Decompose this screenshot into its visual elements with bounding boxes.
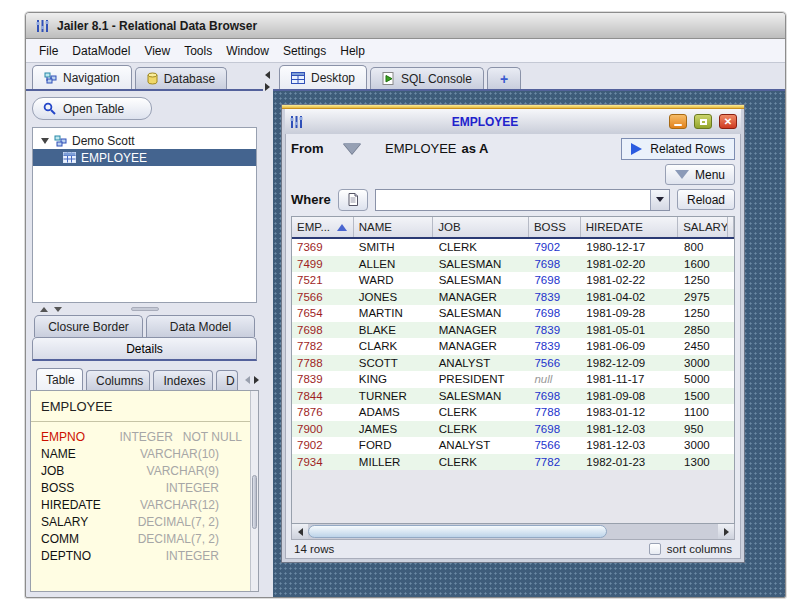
table-cell[interactable]: 0: [729, 388, 734, 405]
table-cell[interactable]: 7698: [529, 272, 581, 289]
table-cell[interactable]: 1500: [679, 388, 729, 405]
table-cell[interactable]: SALESMAN: [434, 256, 530, 273]
collapse-right-icon[interactable]: [265, 83, 270, 91]
menu-item-window[interactable]: Window: [219, 41, 276, 61]
frame-close-button[interactable]: ✕: [719, 114, 737, 129]
table-cell[interactable]: 1981-02-20: [581, 256, 679, 273]
window-titlebar[interactable]: Jailer 8.1 - Relational Data Browser: [26, 13, 785, 39]
scroll-tabs-left-icon[interactable]: [245, 376, 250, 384]
table-cell[interactable]: MANAGER: [434, 289, 530, 306]
menu-item-file[interactable]: File: [32, 41, 65, 61]
column-header-salary[interactable]: SALARY: [678, 217, 728, 237]
table-row[interactable]: 7566JONESMANAGER78391981-04-022975nu: [292, 289, 734, 306]
tree-expand-icon[interactable]: [41, 138, 49, 144]
table-cell[interactable]: 7876: [292, 404, 354, 421]
tab-indexes[interactable]: Indexes: [153, 370, 213, 390]
table-row[interactable]: 7369SMITHCLERK79021980-12-17800nu: [292, 239, 734, 256]
table-cell[interactable]: 5000: [679, 371, 729, 388]
sort-columns-checkbox[interactable]: [649, 543, 661, 555]
table-cell[interactable]: PRESIDENT: [434, 371, 530, 388]
table-cell[interactable]: ALLEN: [354, 256, 434, 273]
table-cell[interactable]: 7788: [292, 355, 354, 372]
table-cell[interactable]: 7788: [529, 404, 581, 421]
frame-menu-button[interactable]: Menu: [665, 164, 735, 185]
table-cell[interactable]: 7369: [292, 239, 354, 256]
table-cell[interactable]: 1600: [679, 256, 729, 273]
table-cell[interactable]: MANAGER: [434, 322, 530, 339]
table-cell[interactable]: 7521: [292, 272, 354, 289]
table-cell[interactable]: 1981-09-08: [581, 388, 679, 405]
related-rows-button[interactable]: Related Rows: [621, 138, 735, 160]
table-cell[interactable]: TURNER: [354, 388, 434, 405]
table-cell[interactable]: nu: [729, 338, 734, 355]
table-row[interactable]: 7839KINGPRESIDENTnull1981-11-175000nu: [292, 371, 734, 388]
table-cell[interactable]: 1981-12-03: [581, 437, 679, 454]
table-row[interactable]: 7844TURNERSALESMAN76981981-09-0815000: [292, 388, 734, 405]
table-row[interactable]: 7902FORDANALYST75661981-12-033000nu: [292, 437, 734, 454]
table-cell[interactable]: 7698: [292, 322, 354, 339]
column-header-hiredate[interactable]: HIREDATE: [581, 217, 679, 237]
table-cell[interactable]: 7698: [529, 305, 581, 322]
table-cell[interactable]: 1981-05-01: [581, 322, 679, 339]
table-cell[interactable]: 7698: [529, 421, 581, 438]
table-cell[interactable]: 1981-02-22: [581, 272, 679, 289]
table-cell[interactable]: WARD: [354, 272, 434, 289]
table-cell[interactable]: CLERK: [434, 239, 530, 256]
from-dropdown-icon[interactable]: [343, 143, 361, 154]
menu-item-settings[interactable]: Settings: [276, 41, 333, 61]
table-cell[interactable]: 7900: [292, 421, 354, 438]
tab-database[interactable]: Database: [135, 67, 227, 89]
tab-sql-console[interactable]: SQL Console: [370, 67, 484, 89]
table-cell[interactable]: FORD: [354, 437, 434, 454]
frame-minimize-button[interactable]: [669, 114, 687, 129]
tab-data-model[interactable]: Data Model: [146, 315, 255, 337]
table-row[interactable]: 7654MARTINSALESMAN76981981-09-28125014: [292, 305, 734, 322]
table-cell[interactable]: MARTIN: [354, 305, 434, 322]
table-cell[interactable]: 7566: [292, 289, 354, 306]
table-cell[interactable]: KING: [354, 371, 434, 388]
menu-item-tools[interactable]: Tools: [177, 41, 219, 61]
table-cell[interactable]: 2850: [679, 322, 729, 339]
table-cell[interactable]: 1982-01-23: [581, 454, 679, 471]
tab-new-console[interactable]: +: [487, 67, 521, 89]
column-header-name[interactable]: NAME: [354, 217, 434, 237]
table-cell[interactable]: MANAGER: [434, 338, 530, 355]
table-cell[interactable]: JONES: [354, 289, 434, 306]
tab-details[interactable]: Details: [32, 337, 257, 361]
table-cell[interactable]: 1300: [679, 454, 729, 471]
menu-item-view[interactable]: View: [137, 41, 177, 61]
reload-button[interactable]: Reload: [677, 189, 735, 210]
collapse-up-icon[interactable]: [40, 307, 48, 312]
table-cell[interactable]: 7782: [292, 338, 354, 355]
table-cell[interactable]: SALESMAN: [434, 305, 530, 322]
tab-columns[interactable]: Columns: [86, 370, 151, 390]
table-cell[interactable]: nu: [729, 322, 734, 339]
table-cell[interactable]: 2975: [679, 289, 729, 306]
table-cell[interactable]: 7654: [292, 305, 354, 322]
column-header-boss[interactable]: BOSS: [529, 217, 581, 237]
table-row[interactable]: 7900JAMESCLERK76981981-12-03950nu: [292, 421, 734, 438]
collapse-down-icon[interactable]: [54, 307, 62, 312]
table-cell[interactable]: 7844: [292, 388, 354, 405]
table-cell[interactable]: CLERK: [434, 454, 530, 471]
table-cell[interactable]: 30: [729, 256, 734, 273]
table-cell[interactable]: 7839: [529, 289, 581, 306]
column-header-emp[interactable]: EMP...: [292, 217, 354, 237]
table-cell[interactable]: 800: [679, 239, 729, 256]
table-cell[interactable]: 7902: [529, 239, 581, 256]
open-table-button[interactable]: Open Table: [32, 97, 152, 120]
collapse-left-icon[interactable]: [265, 71, 270, 79]
table-cell[interactable]: 1983-01-12: [581, 404, 679, 421]
condition-editor-button[interactable]: [338, 189, 368, 211]
table-row[interactable]: 7499ALLENSALESMAN76981981-02-20160030: [292, 256, 734, 273]
table-cell[interactable]: 7839: [292, 371, 354, 388]
tab-table[interactable]: Table: [36, 368, 83, 390]
table-cell[interactable]: 1250: [679, 272, 729, 289]
table-cell[interactable]: MILLER: [354, 454, 434, 471]
combobox-dropdown-button[interactable]: [650, 190, 669, 210]
tree-node-root[interactable]: Demo Scott: [33, 132, 256, 149]
tab-desktop[interactable]: Desktop: [279, 65, 367, 89]
table-cell[interactable]: ANALYST: [434, 355, 530, 372]
table-cell[interactable]: nu: [729, 454, 734, 471]
table-cell[interactable]: 950: [679, 421, 729, 438]
